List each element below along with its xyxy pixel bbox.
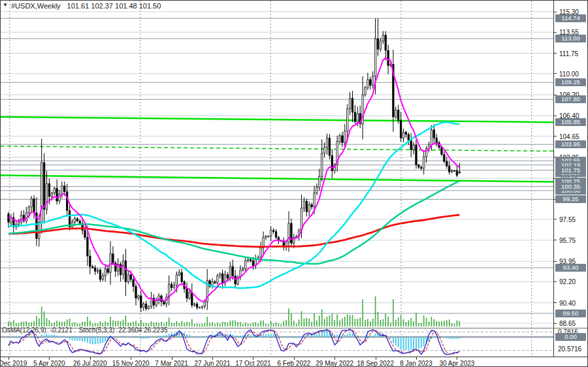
price-level-badge: 109.25 — [555, 78, 586, 86]
time-tick-label: 27 Jun 2021 — [194, 360, 230, 367]
price-tick-mark — [554, 281, 557, 282]
time-tick-label: 29 May 2022 — [316, 360, 353, 367]
price-level-badge: 107.80 — [555, 95, 586, 103]
pane-separator[interactable] — [1, 328, 588, 328]
price-level-badge: 93.40 — [555, 264, 586, 272]
time-axis[interactable]: 15 Dec 20195 Apr 202026 Jul 202015 Nov 2… — [1, 357, 588, 367]
price-axis[interactable]: 115.30113.55111.75110.00108.20106.40104.… — [553, 1, 588, 357]
price-tick-mark — [554, 240, 557, 240]
green-trend-line — [1, 146, 553, 152]
price-tick-mark — [554, 136, 557, 136]
price-tick-label: 110.00 — [559, 71, 579, 78]
moving-average-ma-100 — [8, 181, 459, 264]
time-tick-label: 5 Apr 2020 — [33, 360, 65, 367]
price-tick-mark — [554, 32, 557, 33]
time-tick-label: 6 Feb 2022 — [277, 360, 310, 367]
price-tick-mark — [554, 73, 557, 74]
price-level-badge: 101.75 — [555, 167, 586, 174]
price-tick-mark — [554, 323, 557, 324]
price-level-badge: 89.50 — [555, 310, 586, 317]
trading-chart-window: ▼ #USDX,Weekly101.61 102.37 101.48 101.5… — [0, 0, 588, 367]
time-tick-label: 15 Dec 2019 — [1, 360, 27, 367]
price-level-badge: 100.35 — [555, 183, 586, 191]
price-level-badge: 113.00 — [555, 35, 586, 42]
price-tick-mark — [554, 219, 557, 219]
price-tick-mark — [554, 12, 557, 12]
price-tick-mark — [554, 261, 557, 262]
price-tick-label: 104.65 — [559, 133, 580, 140]
time-tick-label: 8 Jan 2023 — [400, 360, 433, 367]
time-tick-label: 26 Jul 2020 — [73, 360, 107, 367]
price-tick-label: 90.40 — [559, 300, 576, 307]
chart-title: #USDX,Weekly101.61 102.37 101.48 101.50 — [11, 2, 161, 10]
price-tick-mark — [554, 53, 557, 54]
time-tick-label: 7 Mar 2021 — [155, 360, 188, 367]
ohlc-values: 101.61 102.37 101.48 101.50 — [67, 2, 161, 10]
symbol-period-label: #USDX,Weekly — [11, 2, 61, 10]
indicator-scale-label: 20.5716 — [558, 345, 581, 353]
price-level-badge: 105.85 — [555, 118, 586, 126]
time-tick-label: 30 Apr 2023 — [439, 360, 474, 367]
price-tick-label: 95.75 — [559, 237, 576, 244]
indicator-zero-badge: 0.00 — [555, 333, 586, 341]
expand-arrow-icon[interactable]: ▼ — [3, 2, 8, 8]
time-tick-label: 18 Sep 2022 — [357, 360, 394, 367]
volume-histogram — [8, 296, 459, 327]
price-tick-label: 111.75 — [559, 50, 578, 57]
time-tick-label: 17 Oct 2021 — [235, 360, 270, 367]
chart-canvas[interactable] — [1, 1, 553, 357]
price-tick-label: 92.20 — [559, 278, 576, 285]
price-level-badge: 99.25 — [555, 195, 586, 203]
price-tick-mark — [554, 302, 557, 303]
price-tick-mark — [554, 116, 557, 116]
time-tick-label: 15 Nov 2020 — [112, 360, 150, 367]
price-level-badge: 103.95 — [555, 140, 586, 148]
chart-plot-area[interactable]: ▼ #USDX,Weekly101.61 102.37 101.48 101.5… — [1, 1, 553, 357]
price-tick-label: 88.65 — [559, 320, 576, 327]
price-tick-label: 97.55 — [559, 216, 576, 223]
price-level-badge: 114.74 — [555, 14, 586, 22]
green-trend-line — [1, 117, 553, 122]
